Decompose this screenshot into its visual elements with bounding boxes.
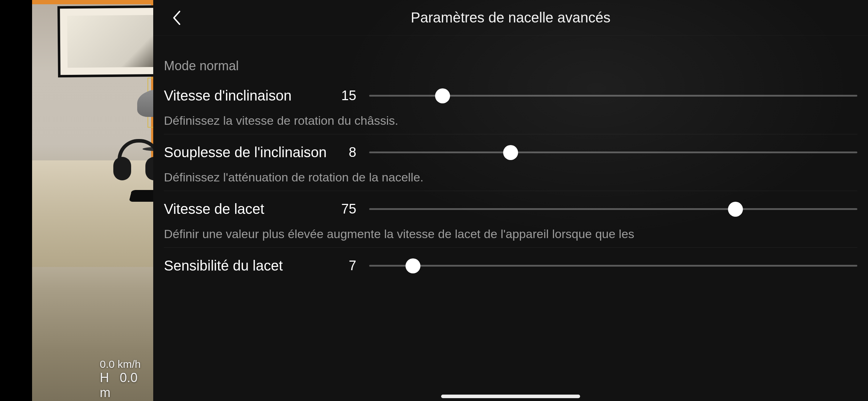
setting-label: Sensibilité du lacet — [164, 258, 328, 274]
room-wall-frame — [57, 5, 153, 78]
slider-yaw-speed[interactable] — [369, 202, 857, 216]
setting-row-tilt-speed: Vitesse d'inclinaison 15 — [153, 78, 868, 114]
warning-bar-top — [32, 0, 153, 4]
telemetry-bar: 0.0 km/h H 0.0 m 0.0 D - - — [64, 376, 153, 401]
settings-panel: Paramètres de nacelle avancés Mode norma… — [153, 0, 868, 401]
slider-thumb[interactable] — [435, 88, 450, 103]
slider-tilt-speed[interactable] — [369, 89, 857, 103]
setting-value: 8 — [336, 145, 356, 160]
home-indicator[interactable] — [441, 395, 580, 398]
room-mousepad — [129, 190, 153, 202]
setting-row-tilt-smoothness: Souplesse de l'inclinaison 8 — [153, 134, 868, 170]
setting-desc: Définir une valeur plus élevée augmente … — [153, 227, 868, 247]
setting-desc: Définissez l'atténuation de rotation de … — [153, 170, 868, 191]
setting-label: Vitesse de lacet — [164, 201, 328, 217]
setting-value: 75 — [336, 201, 356, 217]
telemetry-speed: 0.0 km/h — [100, 358, 145, 370]
settings-header: Paramètres de nacelle avancés — [153, 0, 868, 36]
camera-preview: 0.0 km/h H 0.0 m 0.0 D - - — [32, 0, 153, 401]
setting-value: 15 — [336, 88, 356, 103]
setting-label: Souplesse de l'inclinaison — [164, 144, 328, 160]
setting-row-yaw-sensitivity: Sensibilité du lacet 7 — [153, 248, 868, 284]
back-button[interactable] — [169, 10, 185, 26]
setting-row-yaw-speed: Vitesse de lacet 75 — [153, 191, 868, 227]
section-label: Mode normal — [153, 36, 868, 78]
slider-thumb[interactable] — [503, 145, 518, 160]
slider-thumb[interactable] — [405, 258, 420, 273]
telemetry-height-label: H — [100, 370, 109, 385]
chevron-left-icon — [172, 10, 182, 26]
settings-title: Paramètres de nacelle avancés — [153, 10, 868, 26]
setting-value: 7 — [336, 258, 356, 273]
slider-thumb[interactable] — [728, 202, 743, 217]
setting-label: Vitesse d'inclinaison — [164, 88, 328, 104]
room-headset — [110, 139, 153, 182]
setting-desc: Définissez la vitesse de rotation du châ… — [153, 114, 868, 134]
slider-yaw-sensitivity[interactable] — [369, 259, 857, 273]
slider-tilt-smoothness[interactable] — [369, 145, 857, 160]
